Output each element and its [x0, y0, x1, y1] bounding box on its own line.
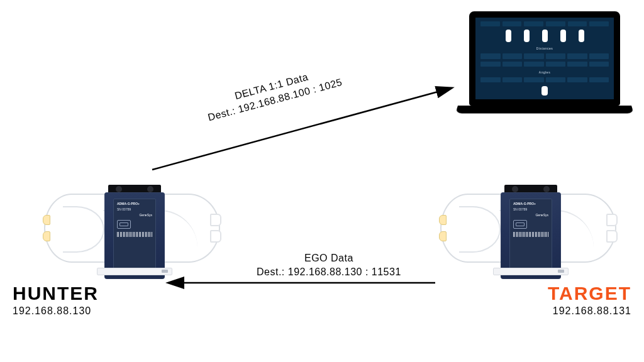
device-mount	[493, 268, 569, 275]
target-ip: 192.168.88.131	[548, 305, 631, 317]
vehicle-target: ADMA-G-PRO+ SN 00789 GeneSys	[440, 170, 616, 283]
hunter-name: HUNTER	[13, 283, 99, 304]
device-brand: GeneSys	[513, 213, 548, 217]
caption-ego: EGO Data Dest.: 192.168.88.130 : 11531	[257, 251, 401, 278]
device-label-hunter: ADMA-G-PRO+ SN 00789 GeneSys	[113, 199, 156, 270]
laptop-screen: Distances Angles	[469, 11, 620, 106]
device-serial: SN 00789	[513, 207, 548, 211]
device-mount	[97, 268, 172, 275]
ego-dest: Dest.: 192.168.88.130 : 11531	[257, 265, 401, 279]
ego-title: EGO Data	[257, 251, 401, 265]
caption-delta: DELTA 1:1 Data Dest.: 192.168.88.100 : 1…	[203, 62, 343, 124]
device-barcode-icon	[117, 232, 152, 237]
device-model: ADMA-G-PRO+	[513, 202, 548, 206]
laptop-angles-row	[480, 77, 609, 82]
device-label-target: ADMA-G-PRO+ SN 00789 GeneSys	[509, 199, 552, 270]
laptop-tabs	[480, 21, 609, 26]
laptop-distances-row1	[480, 53, 609, 58]
device-serial: SN 00789	[117, 207, 152, 211]
device-brand: GeneSys	[117, 213, 152, 217]
node-label-hunter: HUNTER 192.168.88.130	[13, 283, 99, 317]
network-diagram: Distances Angles DELTA 1:1 Data Dest.: 1…	[0, 0, 644, 362]
laptop-distances-row2	[480, 62, 609, 67]
svg-line-0	[152, 88, 452, 170]
laptop-indicator-bottom	[541, 86, 548, 96]
vehicle-hunter: ADMA-G-PRO+ SN 00789 GeneSys	[44, 170, 220, 283]
device-port-icon	[117, 220, 131, 229]
device-port-icon	[513, 220, 527, 229]
device-model: ADMA-G-PRO+	[117, 202, 152, 206]
gnss-device-target: ADMA-G-PRO+ SN 00789 GeneSys	[501, 185, 561, 279]
gnss-device-hunter: ADMA-G-PRO+ SN 00789 GeneSys	[104, 185, 165, 279]
laptop-section-distances: Distances	[480, 47, 609, 50]
laptop: Distances Angles	[457, 11, 633, 131]
hunter-ip: 192.168.88.130	[13, 305, 99, 317]
laptop-indicators-top	[480, 30, 609, 42]
laptop-base	[455, 106, 634, 113]
laptop-section-angles: Angles	[480, 70, 609, 74]
node-label-target: TARGET 192.168.88.131	[548, 283, 631, 317]
device-barcode-icon	[513, 232, 548, 237]
target-name: TARGET	[548, 283, 631, 304]
